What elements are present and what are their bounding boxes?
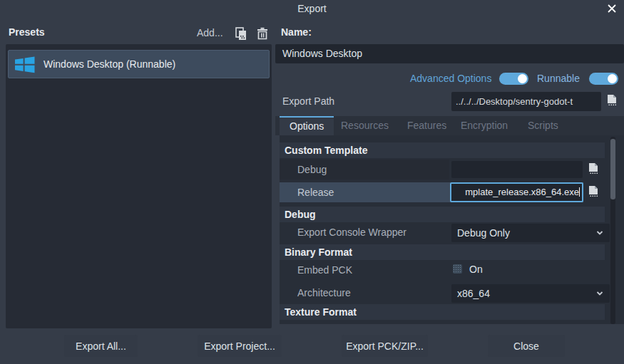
- debug-template-browse-icon[interactable]: [586, 162, 602, 177]
- custom-template-debug-input[interactable]: [451, 161, 583, 178]
- tab-strip: Options Resources Features Encryption Sc…: [275, 116, 624, 135]
- runnable-label: Runnable: [537, 73, 580, 84]
- close-button[interactable]: Close: [488, 335, 565, 357]
- export-path-label: Export Path: [282, 95, 334, 107]
- tab-options[interactable]: Options: [280, 116, 334, 135]
- preset-item-windows-desktop[interactable]: Windows Desktop (Runnable): [8, 50, 270, 78]
- options-panel: Custom Template Debug Release mplate_rel…: [280, 135, 624, 324]
- advanced-options-toggle[interactable]: [499, 73, 528, 85]
- section-custom-template: Custom Template: [280, 142, 605, 158]
- release-input-text: mplate_release.x86_64.exe: [465, 187, 579, 197]
- embed-pck-label: Embed PCK: [297, 264, 352, 276]
- export-path-input[interactable]: ../../../Desktop/sentry-godot-t: [451, 92, 601, 111]
- windows-logo-icon: [13, 53, 36, 76]
- export-dialog: Export Presets Add...: [0, 0, 624, 364]
- section-binary-format: Binary Format: [280, 244, 605, 260]
- preset-list: Windows Desktop (Runnable): [6, 44, 272, 328]
- name-input[interactable]: Windows Desktop: [275, 44, 624, 63]
- console-wrapper-value: Debug Only: [457, 227, 510, 239]
- console-wrapper-label: Export Console Wrapper: [297, 227, 406, 238]
- scrollbar-thumb[interactable]: [610, 139, 615, 199]
- console-wrapper-dropdown[interactable]: Debug Only: [451, 224, 610, 242]
- tab-features[interactable]: Features: [397, 116, 456, 135]
- toggle-knob: [518, 74, 527, 83]
- architecture-dropdown[interactable]: x86_64: [451, 284, 610, 303]
- add-preset-button[interactable]: Add...: [197, 27, 223, 38]
- close-icon[interactable]: [605, 2, 618, 15]
- dialog-title: Export: [0, 3, 624, 14]
- duplicate-preset-icon[interactable]: [234, 26, 248, 41]
- chevron-down-icon: [595, 289, 604, 298]
- advanced-options-label: Advanced Options: [410, 73, 491, 84]
- runnable-toggle[interactable]: [589, 73, 618, 85]
- embed-pck-value: On: [469, 264, 483, 275]
- preset-item-label: Windows Desktop (Runnable): [44, 58, 175, 70]
- tab-encryption[interactable]: Encryption: [451, 116, 518, 135]
- presets-header: Presets: [9, 26, 45, 38]
- chevron-down-icon: [595, 229, 604, 237]
- toggle-knob: [608, 74, 617, 83]
- tab-scripts[interactable]: Scripts: [518, 116, 568, 135]
- export-all-button[interactable]: Export All...: [64, 335, 138, 357]
- export-project-button[interactable]: Export Project...: [198, 335, 282, 357]
- custom-template-release-label: Release: [297, 187, 334, 198]
- architecture-label: Architecture: [297, 287, 351, 298]
- architecture-value: x86_64: [457, 288, 490, 299]
- release-template-browse-icon[interactable]: [586, 184, 602, 200]
- custom-template-debug-label: Debug: [297, 164, 327, 175]
- export-pck-zip-button[interactable]: Export PCK/ZIP...: [342, 335, 428, 357]
- export-path-browse-icon[interactable]: [605, 93, 619, 108]
- name-label: Name:: [281, 26, 312, 38]
- section-debug: Debug: [280, 207, 605, 222]
- tab-resources[interactable]: Resources: [331, 116, 399, 135]
- text-caret: [579, 187, 580, 197]
- options-scrollbar[interactable]: [610, 137, 615, 324]
- delete-preset-icon[interactable]: [255, 26, 270, 41]
- section-texture-format: Texture Format: [280, 304, 605, 320]
- embed-pck-checkbox[interactable]: [453, 264, 462, 274]
- custom-template-release-input[interactable]: mplate_release.x86_64.exe: [450, 182, 583, 202]
